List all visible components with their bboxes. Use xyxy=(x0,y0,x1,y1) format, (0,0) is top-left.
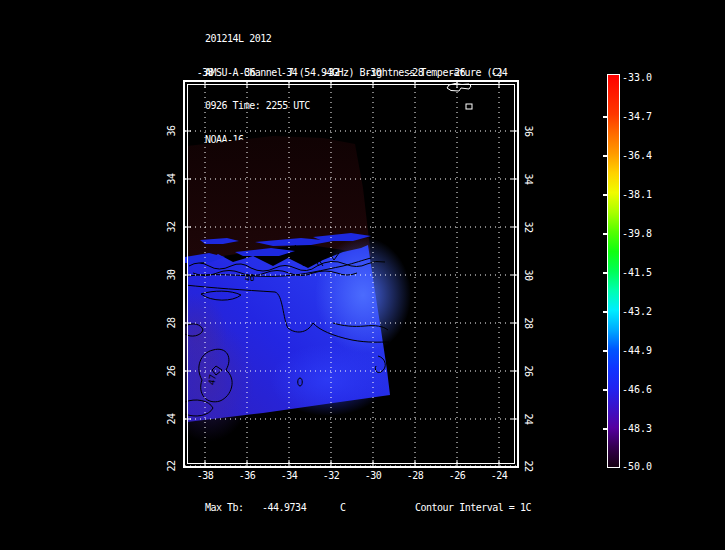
lat-label-left: 22 xyxy=(166,458,178,474)
lon-label-top: -34 xyxy=(274,67,304,79)
storm-id: 201214L 2012 xyxy=(205,33,503,45)
swath-warm-spot xyxy=(315,237,411,353)
plot-canvas: 201214L 2012 AMSU-A Channel 7 (54.94GHz)… xyxy=(0,0,725,550)
colorbar-label: -48.3 xyxy=(622,423,652,434)
lat-label-left: 34 xyxy=(166,171,178,187)
colorbar-label: -46.6 xyxy=(622,384,652,395)
colorbar-label: -44.9 xyxy=(622,345,652,356)
colorbar-tick xyxy=(603,272,607,274)
contour-label-47: 47 xyxy=(207,373,219,385)
colorbar-tick xyxy=(603,350,607,352)
colorbar-label: -50.0 xyxy=(622,461,652,472)
lat-label-left: 36 xyxy=(166,123,178,139)
lon-label-bottom: -24 xyxy=(484,470,514,482)
colorbar-label: -41.5 xyxy=(622,267,652,278)
map-plot: 46 47 xyxy=(183,80,519,468)
max-tb-value: -44.9734 xyxy=(262,502,306,513)
contour-label-46: 46 xyxy=(245,274,255,283)
colorbar-gradient xyxy=(607,74,620,468)
lon-label-bottom: -38 xyxy=(190,470,220,482)
colorbar-label: -39.8 xyxy=(622,228,652,239)
lon-label-top: -24 xyxy=(484,67,514,79)
colorbar-tick xyxy=(603,389,607,391)
colorbar-label: -36.4 xyxy=(622,150,652,161)
colorbar-tick xyxy=(603,428,607,430)
colorbar-tick xyxy=(603,311,607,313)
lon-label-bottom: -26 xyxy=(442,470,472,482)
colorbar-tick xyxy=(603,116,607,118)
lat-label-left: 24 xyxy=(166,411,178,427)
lat-label-right: 26 xyxy=(522,363,534,379)
lon-label-top: -38 xyxy=(190,67,220,79)
colorbar-label: -38.1 xyxy=(622,189,652,200)
lat-label-right: 32 xyxy=(522,219,534,235)
lon-label-top: -32 xyxy=(316,67,346,79)
lat-label-left: 32 xyxy=(166,219,178,235)
lat-label-right: 22 xyxy=(522,458,534,474)
colorbar-tick xyxy=(603,155,607,157)
lat-label-right: 30 xyxy=(522,267,534,283)
lon-label-top: -36 xyxy=(232,67,262,79)
lat-label-right: 34 xyxy=(522,171,534,187)
lat-label-right: 36 xyxy=(522,123,534,139)
lon-label-bottom: -36 xyxy=(232,470,262,482)
colorbar-tick xyxy=(603,194,607,196)
max-tb-unit: C xyxy=(340,502,346,513)
max-tb-label: Max Tb: xyxy=(205,502,244,513)
lat-label-left: 30 xyxy=(166,267,178,283)
colorbar-label: -34.7 xyxy=(622,111,652,122)
island-outlines xyxy=(447,84,472,110)
lat-label-left: 26 xyxy=(166,363,178,379)
lon-label-top: -26 xyxy=(442,67,472,79)
lon-label-bottom: -32 xyxy=(316,470,346,482)
lon-label-bottom: -30 xyxy=(358,470,388,482)
colorbar-tick xyxy=(603,233,607,235)
lat-label-right: 28 xyxy=(522,315,534,331)
lon-label-top: -30 xyxy=(358,67,388,79)
lat-label-right: 24 xyxy=(522,411,534,427)
colorbar-label: -33.0 xyxy=(622,72,652,83)
swath-bright-patch xyxy=(270,344,386,416)
lon-label-bottom: -28 xyxy=(400,470,430,482)
contour-interval-label: Contour Interval = 1C xyxy=(415,502,531,513)
lon-label-bottom: -34 xyxy=(274,470,304,482)
colorbar-label: -43.2 xyxy=(622,306,652,317)
lat-label-left: 28 xyxy=(166,315,178,331)
lon-label-top: -28 xyxy=(400,67,430,79)
